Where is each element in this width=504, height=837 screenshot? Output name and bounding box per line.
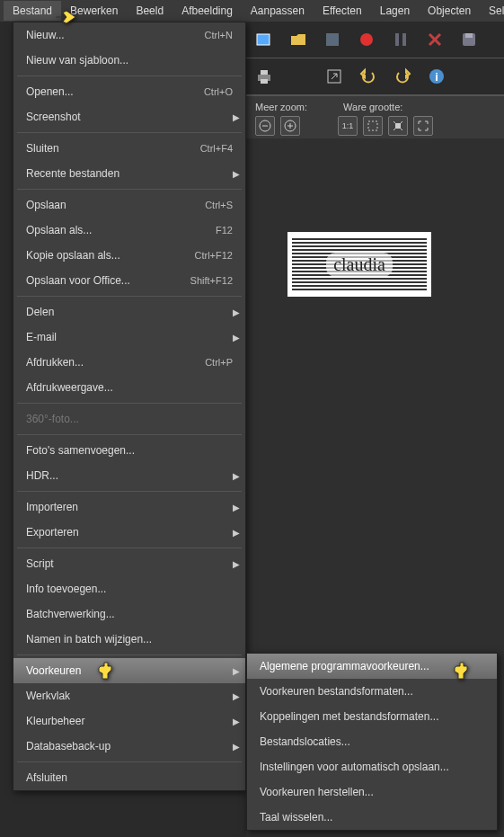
menubar-item-effecten[interactable]: Effecten <box>314 1 371 21</box>
menu-item[interactable]: Foto's samenvoegen... <box>13 438 245 463</box>
menu-item[interactable]: Info toevoegen... <box>13 576 245 601</box>
zoom-out-icon[interactable] <box>255 116 275 136</box>
menu-item[interactable]: E-mail▶ <box>13 325 245 350</box>
menu-item[interactable]: HDR...▶ <box>13 463 245 488</box>
menu-item[interactable]: SluitenCtrl+F4 <box>13 136 245 161</box>
submenu-item-label: Voorkeuren herstellen... <box>260 786 374 798</box>
close-icon[interactable] <box>422 27 447 52</box>
menu-item-label: Afsluiten <box>26 771 67 784</box>
menu-item-label: Afdrukweergave... <box>26 381 113 394</box>
chevron-right-icon: ▶ <box>233 169 240 179</box>
menu-item-shortcut: F12 <box>216 225 233 236</box>
stop-icon[interactable] <box>320 27 345 52</box>
record-icon[interactable] <box>354 27 379 52</box>
menu-item[interactable]: Kleurbeheer▶ <box>13 708 245 734</box>
menu-item[interactable]: Recente bestanden▶ <box>13 161 245 186</box>
menu-item[interactable]: Afdrukken...Ctrl+P <box>13 350 245 375</box>
submenu-item[interactable]: Koppelingen met bestandsformaten... <box>247 704 497 729</box>
submenu-item[interactable]: Voorkeuren bestandsformaten... <box>247 679 497 704</box>
pause-icon[interactable] <box>388 27 413 52</box>
menu-item[interactable]: OpslaanCtrl+S <box>13 192 245 218</box>
menu-item-label: E-mail <box>26 331 57 343</box>
menu-item[interactable]: Script▶ <box>13 551 245 576</box>
menu-item-shortcut: Ctrl+F12 <box>195 250 234 261</box>
resize-icon[interactable] <box>322 64 347 89</box>
menubar-item-lagen[interactable]: Lagen <box>371 1 419 21</box>
submenu-item[interactable]: Voorkeuren herstellen... <box>247 779 497 805</box>
svg-rect-1 <box>326 33 339 46</box>
zoom-area: Meer zoom: Ware grootte: 1:1 <box>246 95 504 141</box>
zoom-in-icon[interactable] <box>280 116 300 136</box>
menu-item[interactable]: Exporteren▶ <box>13 520 245 545</box>
svg-rect-8 <box>261 70 268 75</box>
menu-item[interactable]: Databaseback-up▶ <box>13 734 245 759</box>
submenu-item[interactable]: Instellingen voor automatisch opslaan... <box>247 754 497 779</box>
open-folder-icon[interactable] <box>286 27 311 52</box>
menu-item-label: Screenshot <box>26 111 81 123</box>
menu-item-label: Foto's samenvoegen... <box>26 444 135 457</box>
submenu-item[interactable]: Taal wisselen... <box>247 805 497 830</box>
preferences-submenu: Algemene programmavoorkeuren...Voorkeure… <box>246 653 498 831</box>
menu-item-shortcut: Ctrl+S <box>205 200 233 210</box>
menubar-item-selecties[interactable]: Selecties <box>480 1 504 21</box>
submenu-item[interactable]: Bestandslocaties... <box>247 729 497 754</box>
menu-item-label: Nieuw... <box>26 29 65 41</box>
zoom-actual-icon[interactable] <box>388 116 408 136</box>
menu-separator <box>17 132 242 133</box>
svg-text:i: i <box>435 70 438 84</box>
menubar-item-aanpassen[interactable]: Aanpassen <box>242 1 314 21</box>
menu-item[interactable]: Openen...Ctrl+O <box>13 79 245 104</box>
chevron-right-icon: ▶ <box>233 717 240 726</box>
menu-item[interactable]: Opslaan voor Office...Shift+F12 <box>13 268 245 293</box>
menubar-item-bestand[interactable]: Bestand <box>4 1 61 21</box>
menu-item-shortcut: Shift+F12 <box>190 275 233 286</box>
menu-item-label: Importeren <box>26 501 78 513</box>
menu-item[interactable]: Afdrukweergave... <box>13 375 245 400</box>
menu-item: 360°-foto... <box>13 406 245 432</box>
menu-item[interactable]: Delen▶ <box>13 299 245 325</box>
toolbar-row-1 <box>246 22 504 58</box>
menu-item[interactable]: Voorkeuren▶ <box>13 658 245 683</box>
menu-item[interactable]: Werkvlak▶ <box>13 683 245 708</box>
menubar-item-objecten[interactable]: Objecten <box>419 1 480 21</box>
chevron-right-icon: ▶ <box>233 471 240 481</box>
zoom-fit-icon[interactable] <box>363 116 383 136</box>
toolbar-row-2: i <box>246 58 504 95</box>
svg-rect-3 <box>395 33 399 46</box>
menubar-item-bewerken[interactable]: Bewerken <box>61 1 127 21</box>
svg-rect-4 <box>402 33 406 46</box>
save-icon[interactable] <box>456 27 482 52</box>
zoom-full-icon[interactable] <box>413 116 433 136</box>
canvas-image[interactable]: claudia <box>287 232 431 297</box>
redo-icon[interactable] <box>390 64 415 89</box>
print-icon[interactable] <box>252 64 277 89</box>
menu-item[interactable]: Screenshot▶ <box>13 104 245 129</box>
menu-separator <box>17 654 242 655</box>
submenu-item[interactable]: Algemene programmavoorkeuren... <box>247 654 497 679</box>
info-icon[interactable]: i <box>424 64 449 89</box>
menu-item[interactable]: Kopie opslaan als...Ctrl+F12 <box>13 243 245 268</box>
menu-item[interactable]: Importeren▶ <box>13 494 245 520</box>
menubar-item-beeld[interactable]: Beeld <box>127 1 172 21</box>
menu-item[interactable]: Namen in batch wijzigen... <box>13 627 245 652</box>
zoom-1to1-icon[interactable]: 1:1 <box>338 116 358 136</box>
chevron-right-icon: ▶ <box>233 742 240 752</box>
chevron-right-icon: ▶ <box>233 333 240 343</box>
menu-item-label: Nieuw van sjabloon... <box>26 54 128 67</box>
menu-item-label: Script <box>26 557 54 570</box>
menu-item[interactable]: Nieuw van sjabloon... <box>13 48 245 73</box>
toolbar-btn-1[interactable] <box>252 27 277 52</box>
svg-rect-9 <box>261 79 268 84</box>
menubar-item-afbeelding[interactable]: Afbeelding <box>172 1 242 21</box>
menu-separator <box>17 189 242 190</box>
menu-item[interactable]: Nieuw...Ctrl+N <box>13 22 245 48</box>
menu-item[interactable]: Opslaan als...F12 <box>13 218 245 243</box>
menubar: BestandBewerkenBeeldAfbeeldingAanpassenE… <box>0 0 504 22</box>
undo-icon[interactable] <box>356 64 381 89</box>
menu-item[interactable]: Afsluiten <box>13 765 245 790</box>
menu-item[interactable]: Batchverwerking... <box>13 601 245 627</box>
svg-rect-6 <box>465 33 473 38</box>
menu-item-label: Opslaan voor Office... <box>26 274 130 287</box>
menu-item-label: Delen <box>26 306 54 318</box>
menu-separator <box>17 403 242 404</box>
